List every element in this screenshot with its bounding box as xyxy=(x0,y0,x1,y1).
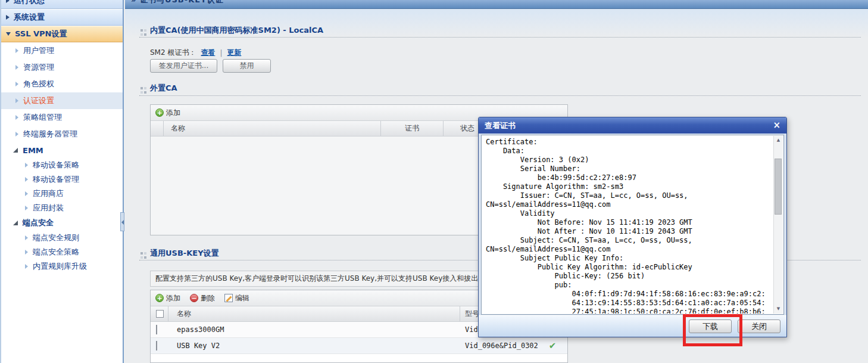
sidebar-item-policy-group-management[interactable]: 策略组管理 xyxy=(1,109,123,126)
usb-key-name: epass3000GM xyxy=(168,325,460,334)
column-cert[interactable]: 证书 xyxy=(381,121,444,136)
sidebar-item-resource-management[interactable]: 资源管理 xyxy=(1,59,123,76)
sidebar-section-system-settings[interactable]: 系统设置 xyxy=(1,9,123,26)
row-handle-column xyxy=(151,121,164,136)
add-usb-key-button[interactable]: + 添加 xyxy=(155,293,180,303)
external-ca-heading-text: 外置CA xyxy=(150,83,177,94)
title-chevrons-icon: » xyxy=(131,0,136,4)
sidebar: 运行状态 系统设置 SSL VPN设置 用户管理 资源管理 角色授权 认证设置 … xyxy=(0,0,124,363)
chevron-right-icon xyxy=(15,98,18,103)
table-row[interactable]: USB Key V2 Vid_096e&Pid_0302 ✔ xyxy=(151,338,567,354)
scrollbar[interactable]: ▲ ▼ xyxy=(773,136,783,314)
collapsed-arrow-icon xyxy=(6,15,10,20)
view-cert-link[interactable]: 查看 xyxy=(201,48,215,58)
sidebar-item-label: 认证设置 xyxy=(23,95,54,106)
sidebar-item-auth-settings[interactable]: 认证设置 xyxy=(1,92,123,109)
sm2-root-cert-row: SM2 根证书： 查看 | 更新 xyxy=(150,48,241,58)
sidebar-section-running-status[interactable]: 运行状态 xyxy=(1,0,123,9)
scrollbar-thumb[interactable] xyxy=(775,159,782,215)
certificate-view-area: Certificate: Data: Version: 3 (0x2) Seri… xyxy=(481,135,784,315)
add-ca-button[interactable]: + 添加 xyxy=(155,108,180,118)
dialog-title: 查看证书 xyxy=(485,120,516,131)
sidebar-item-label: 终端服务器管理 xyxy=(23,129,77,139)
chevron-right-icon xyxy=(15,65,18,70)
sidebar-item-mobile-device-management[interactable]: 移动设备管理 xyxy=(1,172,123,187)
delete-usb-key-label: 删除 xyxy=(201,293,215,303)
close-icon[interactable]: × xyxy=(773,121,780,130)
sidebar-item-app-store[interactable]: 应用商店 xyxy=(1,187,123,201)
page-title-bar: » 证书与USB-KEY认证 xyxy=(125,0,868,9)
sidebar-item-label: EMM xyxy=(23,146,43,155)
section-dots-icon xyxy=(140,29,143,32)
collapsed-arrow-icon xyxy=(6,0,10,3)
scroll-up-icon[interactable]: ▲ xyxy=(774,136,783,145)
edit-usb-key-button[interactable]: 编辑 xyxy=(224,293,249,303)
chevron-right-icon xyxy=(25,163,28,167)
sidebar-group-endpoint-security[interactable]: 端点安全 xyxy=(1,215,123,231)
local-ca-heading: 内置CA(使用中国商用密码标准SM2) - LocalCA xyxy=(140,25,323,36)
sidebar-section-ssl-vpn-settings[interactable]: SSL VPN设置 xyxy=(1,26,123,42)
row-checkbox[interactable] xyxy=(156,325,157,334)
sidebar-item-label: 用户管理 xyxy=(23,45,54,56)
sidebar-item-label: 角色授权 xyxy=(23,79,54,89)
tree-expanded-icon xyxy=(13,221,18,225)
sidebar-item-label: 端点安全策略 xyxy=(33,247,79,257)
sidebar-item-label: 端点安全规则 xyxy=(33,232,79,243)
sidebar-item-mobile-device-policy[interactable]: 移动设备策略 xyxy=(1,158,123,172)
sidebar-item-label: 端点安全 xyxy=(23,218,54,228)
page-title: » 证书与USB-KEY认证 xyxy=(125,0,868,5)
chevron-right-icon xyxy=(15,132,18,136)
update-cert-link[interactable]: 更新 xyxy=(227,48,241,58)
sidebar-item-app-packaging[interactable]: 应用封装 xyxy=(1,201,123,215)
row-checkbox[interactable] xyxy=(156,341,157,350)
edit-usb-key-label: 编辑 xyxy=(235,293,249,303)
column-name[interactable]: 名称 xyxy=(164,121,381,136)
chevron-right-icon xyxy=(15,48,18,53)
chevron-right-icon xyxy=(25,250,28,255)
add-icon: + xyxy=(155,108,164,117)
sidebar-collapse-handle[interactable] xyxy=(120,212,124,231)
sidebar-item-terminal-server-management[interactable]: 终端服务器管理 xyxy=(1,126,123,142)
sidebar-item-label: 资源管理 xyxy=(23,62,54,73)
sidebar-item-endpoint-security-rules[interactable]: 端点安全规则 xyxy=(1,231,123,245)
certificate-text: Certificate: Data: Version: 3 (0x2) Seri… xyxy=(482,136,773,314)
sidebar-item-user-management[interactable]: 用户管理 xyxy=(1,42,123,59)
section-divider xyxy=(139,95,861,96)
enabled-check-icon: ✔ xyxy=(538,340,567,351)
sidebar-item-role-authorization[interactable]: 角色授权 xyxy=(1,76,123,92)
sidebar-section-label: SSL VPN设置 xyxy=(15,29,67,39)
section-dots-icon xyxy=(140,87,143,89)
sidebar-item-label: 移动设备策略 xyxy=(33,160,79,170)
sidebar-item-endpoint-security-policy[interactable]: 端点安全策略 xyxy=(1,245,123,259)
edit-icon xyxy=(224,294,233,302)
sidebar-item-label: 内置规则库升级 xyxy=(33,261,87,272)
sidebar-item-label: 应用商店 xyxy=(33,188,64,199)
tree-expanded-icon xyxy=(13,148,18,153)
select-all-checkbox[interactable] xyxy=(156,310,164,318)
disable-button[interactable]: 禁用 xyxy=(223,59,271,73)
collapse-left-icon xyxy=(121,220,124,225)
column-name[interactable]: 名称 xyxy=(168,306,460,321)
chevron-right-icon xyxy=(25,264,28,269)
usb-key-model: Vid_096e&Pid_0302 xyxy=(460,342,538,350)
link-divider: | xyxy=(220,49,222,57)
sidebar-group-emm[interactable]: EMM xyxy=(1,142,123,158)
delete-usb-key-button[interactable]: − 删除 xyxy=(190,293,215,303)
usb-key-heading: 通用USB-KEY设置 xyxy=(140,248,219,259)
chevron-right-icon xyxy=(15,82,18,86)
dialog-title-bar[interactable]: 查看证书 × xyxy=(479,117,786,134)
usb-key-heading-text: 通用USB-KEY设置 xyxy=(150,248,219,259)
close-button[interactable]: 关闭 xyxy=(738,319,780,333)
local-ca-heading-text: 内置CA(使用中国商用密码标准SM2) - LocalCA xyxy=(150,25,323,36)
chevron-right-icon xyxy=(25,177,28,182)
section-dots-icon xyxy=(140,252,143,255)
scroll-down-icon[interactable]: ▼ xyxy=(774,305,783,314)
expanded-arrow-icon xyxy=(6,32,11,36)
issue-user-cert-button[interactable]: 签发用户证书... xyxy=(150,59,217,73)
sidebar-item-label: 移动设备管理 xyxy=(33,174,79,185)
add-ca-label: 添加 xyxy=(166,108,180,118)
sidebar-item-builtin-rules-upgrade[interactable]: 内置规则库升级 xyxy=(1,259,123,274)
red-highlight-annotation xyxy=(683,314,742,346)
chevron-right-icon xyxy=(25,191,28,196)
delete-icon: − xyxy=(190,294,198,302)
